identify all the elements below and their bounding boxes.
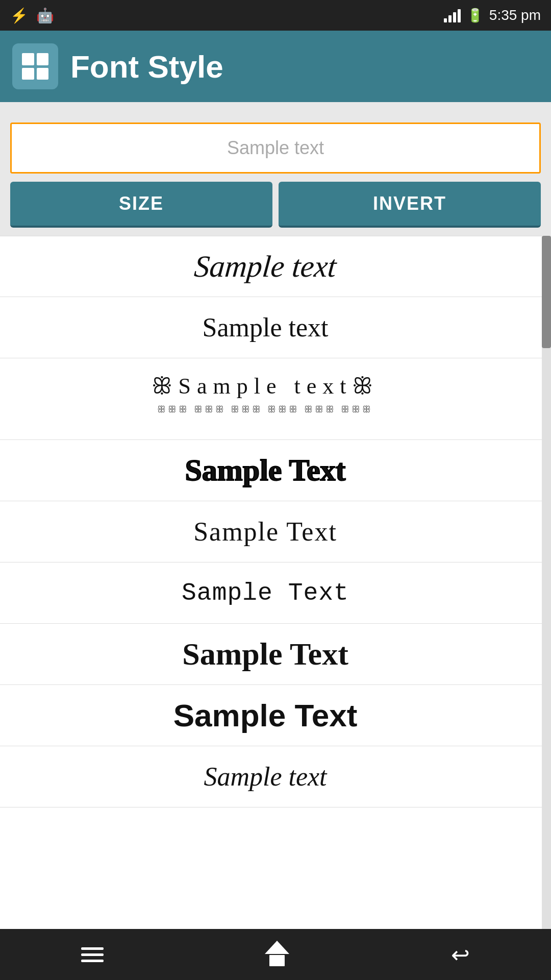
status-bar-left: ⚡ 🤖 bbox=[10, 7, 54, 24]
main-content: SIZE INVERT Sample text Sample text ꕥSam… bbox=[0, 102, 551, 929]
battery-icon: 🔋 bbox=[467, 8, 483, 23]
status-time: 5:35 pm bbox=[489, 7, 541, 23]
app-header: Font Style bbox=[0, 31, 551, 102]
scrollbar-track bbox=[542, 236, 551, 929]
status-bar-right: 🔋 5:35 pm bbox=[444, 7, 541, 23]
font-preview-9: Sample text bbox=[204, 762, 327, 792]
font-list: Sample text Sample text ꕥSample textꕥ ꕥꕥ… bbox=[0, 236, 551, 929]
font-preview-1: Sample text bbox=[193, 249, 338, 284]
text-input-wrapper bbox=[10, 122, 541, 174]
scrollbar-thumb[interactable] bbox=[542, 236, 551, 348]
grid-icon bbox=[22, 53, 48, 80]
home-icon bbox=[265, 943, 289, 966]
font-preview-6: Sample Text bbox=[182, 579, 349, 607]
list-item[interactable]: Sample text bbox=[0, 746, 551, 807]
app-title: Font Style bbox=[70, 48, 223, 85]
list-item[interactable]: Sample text bbox=[0, 297, 551, 358]
font-preview-3: ꕥSample textꕥ bbox=[152, 374, 380, 399]
font-preview-2: Sample text bbox=[203, 312, 329, 342]
button-row: SIZE INVERT bbox=[10, 182, 541, 228]
back-button[interactable]: ↩ bbox=[436, 937, 485, 973]
font-preview-8: Sample Text bbox=[173, 697, 358, 733]
list-item[interactable]: Sample Text bbox=[0, 440, 551, 501]
font-preview-3-sub: ꕥꕥꕥ ꕥꕥꕥ ꕥꕥꕥ ꕥꕥꕥ ꕥꕥꕥ ꕥꕥꕥ bbox=[152, 404, 380, 415]
signal-icon bbox=[444, 8, 461, 22]
list-item[interactable]: ꕥSample textꕥ ꕥꕥꕥ ꕥꕥꕥ ꕥꕥꕥ ꕥꕥꕥ ꕥꕥꕥ ꕥꕥꕥ bbox=[0, 358, 551, 440]
usb-icon: ⚡ bbox=[10, 7, 28, 24]
back-icon: ↩ bbox=[451, 942, 470, 968]
home-button[interactable] bbox=[250, 938, 304, 971]
hamburger-icon bbox=[81, 947, 104, 962]
font-preview-7: Sample Text bbox=[182, 636, 348, 672]
top-controls: SIZE INVERT bbox=[0, 102, 551, 236]
list-item[interactable]: Sample text bbox=[0, 236, 551, 297]
menu-button[interactable] bbox=[66, 942, 119, 967]
list-item[interactable]: Sample Text bbox=[0, 562, 551, 624]
bottom-nav: ↩ bbox=[0, 929, 551, 980]
size-button[interactable]: SIZE bbox=[10, 182, 272, 228]
app-icon bbox=[12, 43, 58, 89]
android-icon: 🤖 bbox=[36, 7, 54, 24]
invert-button[interactable]: INVERT bbox=[279, 182, 541, 228]
sample-text-input[interactable] bbox=[10, 122, 541, 174]
list-item[interactable]: Sample Text bbox=[0, 624, 551, 685]
list-item[interactable]: Sample Text bbox=[0, 501, 551, 562]
list-item[interactable]: Sample Text bbox=[0, 685, 551, 746]
font-preview-4: Sample Text bbox=[185, 453, 345, 488]
font-preview-5: Sample Text bbox=[193, 517, 337, 547]
status-bar: ⚡ 🤖 🔋 5:35 pm bbox=[0, 0, 551, 31]
